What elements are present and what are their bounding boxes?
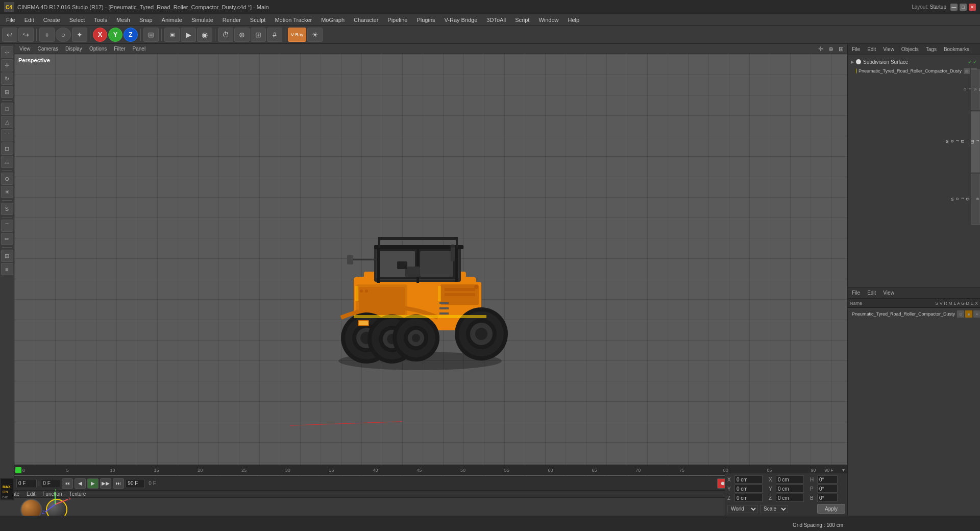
obj-row-pneumatic[interactable]: Pneumatic_Tyred_Road_Roller_Compactor_Du… <box>850 309 978 319</box>
pb-next-frame[interactable]: ▶▶ <box>100 478 111 489</box>
timeline-ruler[interactable]: 0 5 10 15 20 25 30 35 40 45 50 55 60 65 … <box>22 465 819 475</box>
obj-menu-file[interactable]: File <box>850 46 862 53</box>
menu-script[interactable]: Script <box>511 16 533 24</box>
scale-tool[interactable]: ⊞ <box>1 86 13 98</box>
coord-h-rot[interactable] <box>817 475 838 484</box>
coord-z-size[interactable] <box>776 494 804 502</box>
pb-play[interactable]: ▶ <box>87 478 99 489</box>
end-frame-input[interactable] <box>126 479 145 488</box>
axis-z-button[interactable]: Z <box>124 28 138 42</box>
menu-pipeline[interactable]: Pipeline <box>383 16 411 24</box>
vp-menu-view[interactable]: View <box>16 45 34 52</box>
vp-lock-icon[interactable]: ⊕ <box>827 45 835 53</box>
coord-b-rot[interactable] <box>817 494 838 502</box>
motion-btn[interactable]: ⊕ <box>234 28 250 42</box>
coord-y-size[interactable] <box>776 485 804 493</box>
render-all-button[interactable]: ◉ <box>197 28 212 42</box>
bezier-tool[interactable]: ⌒ <box>1 220 13 232</box>
new-object-button[interactable]: + <box>39 28 55 42</box>
3d-viewport[interactable]: Perspective <box>14 54 847 531</box>
render-region-button[interactable]: ▣ <box>164 28 180 42</box>
axis-y-button[interactable]: Y <box>108 28 122 42</box>
light-tool[interactable]: ☀ <box>1 186 13 198</box>
coord-x-size[interactable] <box>776 475 804 484</box>
menu-animate[interactable]: Animate <box>158 16 186 24</box>
menu-sculpt[interactable]: Sculpt <box>246 16 270 24</box>
vp-layout-icon[interactable]: ⊞ <box>837 45 845 53</box>
obj-menu-view[interactable]: View <box>881 46 896 53</box>
rotate-tool[interactable]: ↻ <box>1 73 13 85</box>
coord-p-rot[interactable] <box>817 485 838 493</box>
coord-scale-dropdown[interactable]: Scale <box>760 505 788 513</box>
vp-menu-panel[interactable]: Panel <box>130 45 149 52</box>
tab-conform[interactable]: ConformBrow <box>971 111 980 173</box>
select-tool[interactable]: ⊹ <box>1 46 13 58</box>
obj-pneumatic[interactable]: Pneumatic_Tyred_Road_Roller_Compactor_Du… <box>850 66 978 76</box>
obj-menu-objects[interactable]: Objects <box>899 46 921 53</box>
start-frame-input[interactable] <box>41 479 60 488</box>
polygon-tool[interactable]: △ <box>1 116 13 128</box>
circle-button[interactable]: ○ <box>56 28 71 42</box>
menu-edit[interactable]: Edit <box>20 16 38 24</box>
minimize-button[interactable]: — <box>950 4 958 11</box>
move-tool[interactable]: ✛ <box>1 59 13 71</box>
menu-mesh[interactable]: Mesh <box>112 16 134 24</box>
vp-menu-display[interactable]: Display <box>62 45 85 52</box>
maximize-button[interactable]: □ <box>960 4 967 11</box>
camera-tool[interactable]: ⊙ <box>1 173 13 185</box>
current-frame-input[interactable] <box>16 479 37 488</box>
obj-menu-tags[interactable]: Tags <box>924 46 939 53</box>
menu-select[interactable]: Select <box>65 16 89 24</box>
timeline-btn[interactable]: ⏱ <box>218 28 233 42</box>
undo-button[interactable]: ↩ <box>2 28 17 42</box>
coord-x-pos[interactable] <box>734 475 763 484</box>
layer-tool[interactable]: ≡ <box>1 263 13 275</box>
coord-system-dropdown[interactable]: World Object <box>727 505 758 513</box>
deform-tool[interactable]: ⌓ <box>1 156 13 168</box>
cube-tool[interactable]: □ <box>1 103 13 115</box>
menu-snap[interactable]: Snap <box>135 16 157 24</box>
texture-tool[interactable]: ⊞ <box>1 250 13 262</box>
apply-button[interactable]: Apply <box>817 504 845 514</box>
mat-menu-edit[interactable]: Edit <box>24 491 37 497</box>
scale-button[interactable]: ⊞ <box>143 28 159 42</box>
nurbs-tool[interactable]: ⊡ <box>1 142 13 155</box>
obj-menu-edit[interactable]: Edit <box>865 46 878 53</box>
obj-bottom-menu-view[interactable]: View <box>881 289 896 296</box>
menu-3dtoall[interactable]: 3DToAll <box>482 16 510 24</box>
menu-mograph[interactable]: MoGraph <box>317 16 349 24</box>
menu-character[interactable]: Character <box>350 16 382 24</box>
menu-file[interactable]: File <box>2 16 19 24</box>
pb-goto-end[interactable]: ⏭ <box>113 478 124 489</box>
render-active-button[interactable]: ▶ <box>181 28 196 42</box>
spline-tool[interactable]: ⌒ <box>1 129 13 141</box>
tab-scene[interactable]: SceneBrow <box>971 174 980 225</box>
menu-window[interactable]: Window <box>534 16 562 24</box>
pb-prev-frame[interactable]: ◀ <box>75 478 86 489</box>
vp-menu-options[interactable]: Options <box>86 45 110 52</box>
material-tool[interactable]: S <box>1 203 13 215</box>
menu-render[interactable]: Render <box>218 16 245 24</box>
paint-tool[interactable]: ✏ <box>1 233 13 245</box>
vp-menu-cameras[interactable]: Cameras <box>35 45 62 52</box>
light-btn[interactable]: ☀ <box>307 28 323 42</box>
menu-plugins[interactable]: Plugins <box>412 16 439 24</box>
coord-z-pos[interactable] <box>734 494 763 502</box>
obj-subdivision-surface[interactable]: ▶ Subdivision Surface ✓ ✓ <box>850 57 978 66</box>
coord-y-pos[interactable] <box>734 485 763 493</box>
grid-btn[interactable]: # <box>267 28 282 42</box>
pb-goto-start[interactable]: ⏮ <box>62 478 73 489</box>
obj-menu-bookmarks[interactable]: Bookmarks <box>942 46 971 53</box>
axis-x-button[interactable]: X <box>93 28 107 42</box>
vp-menu-filter[interactable]: Filter <box>111 45 128 52</box>
menu-create[interactable]: Create <box>39 16 64 24</box>
menu-vray[interactable]: V-Ray Bridge <box>440 16 482 24</box>
close-button[interactable]: ✕ <box>969 4 976 11</box>
vp-move-icon[interactable]: ✛ <box>817 45 825 53</box>
vray-btn[interactable]: V-Ray <box>288 28 306 42</box>
menu-simulate[interactable]: Simulate <box>187 16 217 24</box>
menu-tools[interactable]: Tools <box>90 16 111 24</box>
tab-basic[interactable]: Basic <box>971 69 980 110</box>
menu-motiontract[interactable]: Motion Tracker <box>271 16 316 24</box>
obj-bottom-menu-edit[interactable]: Edit <box>865 289 878 296</box>
